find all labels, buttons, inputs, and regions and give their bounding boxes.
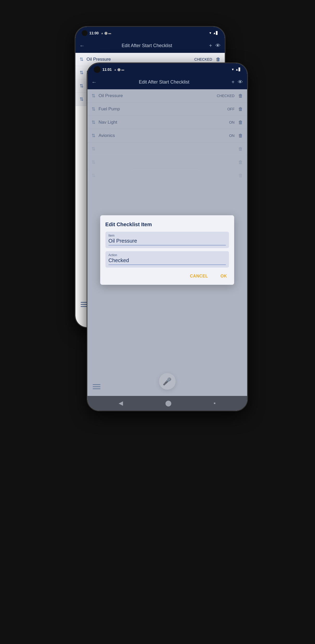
dialog-item-value[interactable]: Oil Pressure [108,238,226,245]
front-app-header: ← Edit After Start Checklist + 👁 [87,75,247,89]
back-add-button[interactable]: + [209,43,212,49]
front-time: 11:01 [102,67,112,72]
back-camera [82,30,87,36]
edit-checklist-dialog: Edit Checklist Item Item Oil Pressure Ac… [100,215,234,285]
front-back-button[interactable]: ← [92,79,97,85]
dialog-action-label: Action [108,253,226,257]
front-status-bar: 11:01 ▲ ⬤ ▬ ▼ ▲▋ [87,63,247,75]
dialog-item-label: Item [108,234,226,237]
back-status-bar: 11:00 ▲ ⬤ ▬ ▼ ▲▋ [75,27,225,38]
back-time: 11:00 [89,31,99,35]
dialog-action-value[interactable]: Checked [108,257,226,265]
dialog-title: Edit Checklist Item [105,222,229,228]
back-delete-1[interactable]: 🗑 [216,57,221,62]
dialog-actions: CANCEL OK [105,273,229,281]
back-header-title: Edit After Start Checklist [88,43,206,48]
front-header-title: Edit After Start Checklist [100,79,228,85]
back-drag-icon-3: ⇅ [80,83,83,89]
cancel-button[interactable]: CANCEL [188,273,210,280]
back-eye-button[interactable]: 👁 [215,43,221,49]
back-drag-icon-1: ⇅ [80,56,83,62]
front-checklist-content: ⇅ Oil Pressure CHECKED 🗑 ⇅ Fuel Pump OFF… [87,89,247,411]
ok-button[interactable]: OK [218,273,229,280]
back-drag-icon-2: ⇅ [80,70,83,75]
scene: 11:00 ▲ ⬤ ▬ ▼ ▲▋ ← Edit After Start Chec… [0,10,315,644]
back-app-header: ← Edit After Start Checklist + 👁 [75,38,225,53]
dialog-action-field[interactable]: Action Checked [105,251,229,268]
front-camera [94,66,100,73]
dialog-overlay: Edit Checklist Item Item Oil Pressure Ac… [87,89,247,411]
back-drag-icon-4: ⇅ [80,96,83,102]
dialog-item-field[interactable]: Item Oil Pressure [105,232,229,248]
foreground-phone: 11:01 ▲ ⬤ ▬ ▼ ▲▋ ← Edit After Start Chec… [87,62,248,411]
back-back-button[interactable]: ← [80,43,85,49]
front-eye-button[interactable]: 👁 [238,79,243,85]
front-add-button[interactable]: + [232,79,235,85]
